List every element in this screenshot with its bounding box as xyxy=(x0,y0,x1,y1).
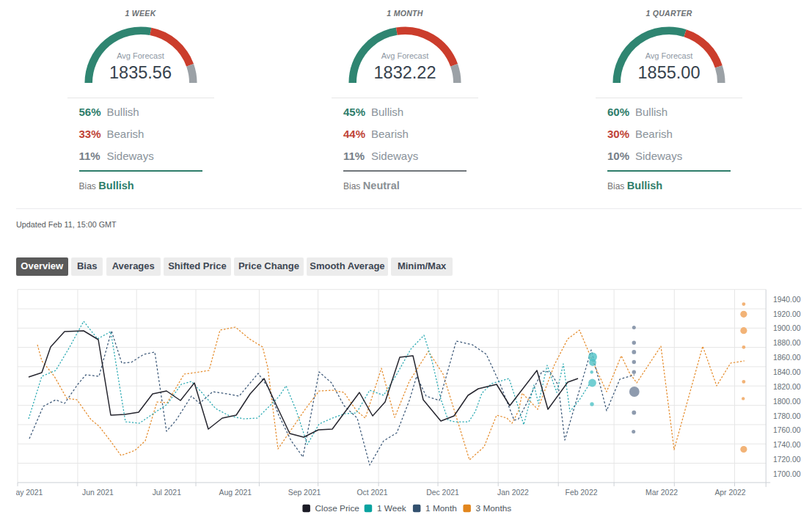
svg-text:1800.00: 1800.00 xyxy=(773,398,801,406)
svg-text:1760.00: 1760.00 xyxy=(773,426,801,434)
svg-text:1720.00: 1720.00 xyxy=(773,456,801,464)
svg-text:Sep 2021: Sep 2021 xyxy=(288,489,321,497)
svg-text:1 Month: 1 Month xyxy=(425,503,457,513)
svg-text:Aug 2021: Aug 2021 xyxy=(219,489,252,497)
svg-text:1940.00: 1940.00 xyxy=(773,296,801,304)
svg-text:Mar 2022: Mar 2022 xyxy=(645,489,678,497)
svg-text:Apr 2022: Apr 2022 xyxy=(714,489,745,497)
svg-text:Oct 2021: Oct 2021 xyxy=(356,489,387,497)
svg-text:Feb 2022: Feb 2022 xyxy=(566,489,598,497)
svg-text:Jan 2022: Jan 2022 xyxy=(497,489,529,497)
svg-text:1740.00: 1740.00 xyxy=(773,441,801,449)
svg-text:Close Price: Close Price xyxy=(315,503,360,513)
svg-text:1 Week: 1 Week xyxy=(377,503,406,513)
svg-text:Jul 2021: Jul 2021 xyxy=(153,489,182,497)
svg-text:1700.00: 1700.00 xyxy=(773,470,801,478)
svg-text:1820.00: 1820.00 xyxy=(773,383,801,391)
svg-text:Dec 2021: Dec 2021 xyxy=(426,489,459,497)
svg-text:1840.00: 1840.00 xyxy=(773,368,801,376)
svg-text:1920.00: 1920.00 xyxy=(773,310,801,318)
svg-text:May 2021: May 2021 xyxy=(10,489,43,497)
svg-text:1900.00: 1900.00 xyxy=(773,324,801,332)
svg-text:1780.00: 1780.00 xyxy=(773,412,801,420)
svg-text:1860.00: 1860.00 xyxy=(773,354,801,362)
svg-text:3 Months: 3 Months xyxy=(476,503,512,513)
svg-text:1880.00: 1880.00 xyxy=(773,339,801,347)
svg-text:Jun 2021: Jun 2021 xyxy=(82,489,114,497)
